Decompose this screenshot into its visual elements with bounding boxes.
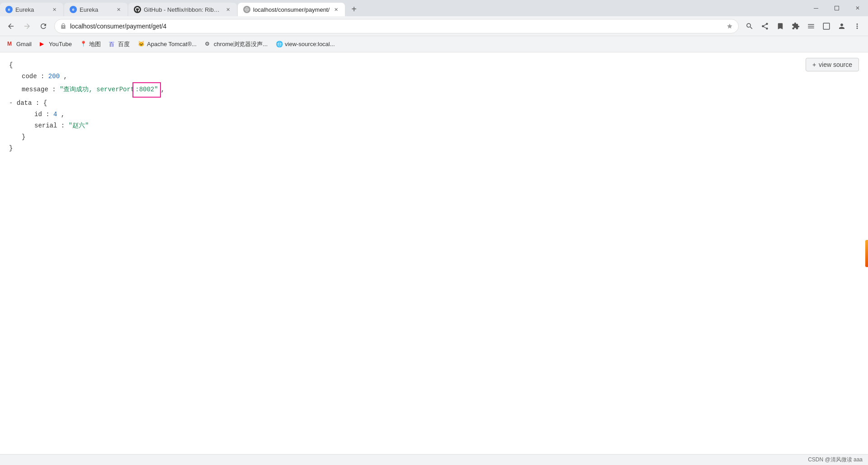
tabs-container: e Eureka ✕ e Eureka ✕ GitHub - Netflix/r…	[0, 3, 868, 16]
bookmark-viewsource-label: view-source:local...	[285, 41, 335, 47]
bookmark-tomcat[interactable]: 🐱 Apache Tomcat®...	[134, 39, 200, 50]
side-panel-hint	[865, 240, 868, 267]
sidenav-button[interactable]	[804, 19, 818, 33]
svg-rect-2	[814, 8, 818, 9]
view-source-plus: +	[812, 61, 816, 68]
bookmark-maps[interactable]: 📍 地图	[76, 38, 104, 50]
bookmarks-button[interactable]	[773, 19, 788, 33]
tab-1-close[interactable]: ✕	[51, 6, 58, 13]
tab-3-close[interactable]: ✕	[224, 6, 231, 13]
tab-3[interactable]: GitHub - Netflix/ribbon: Ribb... ✕	[128, 3, 237, 16]
status-text: CSDN @清风微读 aaa	[808, 456, 863, 464]
json-message-line: message : "查询成功, serverPort:8002",	[9, 82, 859, 97]
json-serial-line: serial : "赵六"	[9, 120, 859, 132]
tab-3-title: GitHub - Netflix/ribbon: Ribb...	[144, 6, 222, 13]
json-message-value: "查询成功, serverPort	[60, 86, 134, 93]
browser-window: e Eureka ✕ e Eureka ✕ GitHub - Netflix/r…	[0, 0, 868, 465]
json-serial-key: serial	[34, 122, 57, 129]
tab-2-close[interactable]: ✕	[115, 6, 122, 13]
json-close-brace: }	[9, 143, 859, 154]
profile-button[interactable]	[835, 19, 849, 33]
new-tab-button[interactable]: +	[348, 3, 360, 15]
view-source-label: view source	[819, 61, 852, 68]
bookmark-tomcat-label: Apache Tomcat®...	[147, 41, 197, 47]
bookmark-youtube-label: YouTube	[49, 41, 72, 47]
view-source-button[interactable]: + view source	[806, 58, 859, 71]
close-button[interactable]: ✕	[847, 0, 868, 16]
json-code-line: code : 200 ,	[9, 71, 859, 82]
json-collapse-btn[interactable]: -	[9, 99, 17, 107]
tab-4-close[interactable]: ✕	[332, 6, 340, 13]
json-open-brace: {	[9, 60, 859, 71]
address-bar[interactable]: localhost/consumer/payment/get/4	[54, 19, 739, 33]
json-id-line: id : 4 ,	[9, 109, 859, 120]
json-serial-value: "赵六"	[69, 122, 89, 129]
json-data-close-brace: }	[9, 132, 859, 143]
highlight-serverport: :8002"	[132, 82, 160, 97]
tab-2-title: Eureka	[80, 6, 112, 13]
back-button[interactable]	[4, 19, 18, 33]
share-button[interactable]	[758, 19, 772, 33]
maps-icon: 📍	[80, 41, 87, 48]
bookmarks-bar: M Gmail ▶ YouTube 📍 地图 百 百度 🐱 Apache Tom…	[0, 36, 868, 52]
tab-1-favicon: e	[5, 6, 13, 13]
tab-1[interactable]: e Eureka ✕	[0, 3, 63, 16]
json-id-value: 4	[53, 111, 57, 118]
json-code-key: code	[22, 73, 37, 80]
globe-icon: 🌐	[276, 41, 283, 48]
bookmark-maps-label: 地图	[89, 40, 101, 48]
bookmark-gmail[interactable]: M Gmail	[4, 39, 35, 50]
bookmark-baidu-label: 百度	[118, 40, 130, 48]
lock-icon	[60, 23, 66, 29]
window-controls: ✕	[806, 0, 868, 16]
baidu-icon: 百	[109, 41, 116, 48]
forward-button[interactable]	[20, 19, 34, 33]
url-text: localhost/consumer/payment/get/4	[70, 23, 723, 30]
title-bar: e Eureka ✕ e Eureka ✕ GitHub - Netflix/r…	[0, 0, 868, 16]
json-data-line: - data : {	[9, 98, 859, 109]
search-button[interactable]	[742, 19, 757, 33]
json-message-key: message	[22, 86, 48, 93]
tab-2[interactable]: e Eureka ✕	[64, 3, 127, 16]
toolbar-right	[742, 19, 864, 33]
tab-2-favicon: e	[70, 6, 77, 13]
tab-4-favicon	[243, 6, 250, 13]
toolbar: localhost/consumer/payment/get/4	[0, 16, 868, 36]
extensions-button[interactable]	[788, 19, 803, 33]
gmail-icon: M	[7, 41, 14, 48]
json-message-highlight: :8002"	[135, 86, 158, 93]
menu-button[interactable]	[850, 19, 864, 33]
bookmark-chrome[interactable]: ⚙ chrome浏览器没声...	[201, 38, 271, 50]
bookmark-viewsource[interactable]: 🌐 view-source:local...	[272, 39, 339, 50]
reload-button[interactable]	[36, 19, 51, 33]
tablet-button[interactable]	[819, 19, 834, 33]
bookmark-chrome-label: chrome浏览器没声...	[214, 40, 268, 48]
json-viewer: { code : 200 , message : "查询成功, serverPo…	[0, 52, 868, 454]
bookmark-baidu[interactable]: 百 百度	[105, 38, 133, 50]
content-area: { code : 200 , message : "查询成功, serverPo…	[0, 52, 868, 454]
youtube-icon: ▶	[40, 41, 47, 48]
json-id-key: id	[34, 111, 42, 118]
status-bar: CSDN @清风微读 aaa	[0, 454, 868, 465]
tomcat-icon: 🐱	[138, 41, 145, 48]
json-code-value: 200	[48, 73, 60, 80]
tab-4-title: localhost/consumer/payment/	[253, 6, 330, 13]
tab-3-favicon	[134, 6, 141, 13]
svg-rect-3	[835, 6, 839, 10]
bookmark-gmail-label: Gmail	[16, 41, 32, 47]
tab-1-title: Eureka	[15, 6, 48, 13]
tab-4[interactable]: localhost/consumer/payment/ ✕	[238, 3, 345, 16]
star-icon[interactable]	[726, 23, 733, 29]
json-data-key: data	[17, 99, 32, 107]
minimize-button[interactable]	[806, 0, 826, 16]
bookmark-youtube[interactable]: ▶ YouTube	[36, 39, 75, 50]
maximize-button[interactable]	[826, 0, 847, 16]
chrome-icon: ⚙	[205, 41, 212, 48]
